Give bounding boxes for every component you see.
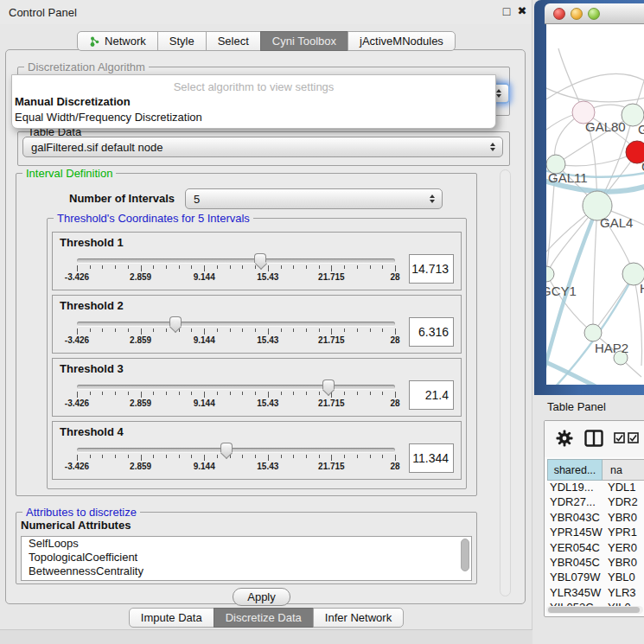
split-columns-icon[interactable]	[584, 430, 603, 447]
slider-tick	[217, 265, 218, 269]
slider-tick	[179, 455, 180, 458]
checkbox-icon[interactable]	[614, 432, 625, 443]
tab-label: Infer Network	[325, 609, 392, 627]
slider-tick	[319, 328, 320, 332]
table-row[interactable]: YPR145WYPR1	[547, 526, 644, 540]
threshold-panels: Threshold 1-3.4262.8599.14415.4321.71528…	[52, 232, 462, 480]
network-edge[interactable]	[546, 74, 644, 104]
slider-handle[interactable]	[254, 253, 266, 263]
slider-tick	[382, 265, 383, 269]
popup-option-equal-width-frequency[interactable]: Equal Width/Frequency Discretization	[15, 111, 202, 124]
table-panel-card: shared...na YDL19...YDL1YDR27...YDR2YBR0…	[544, 420, 644, 617]
slider-tick	[319, 455, 320, 458]
slider-tick	[153, 328, 154, 332]
attribute-item-selfloops[interactable]: SelfLoops	[22, 537, 471, 551]
slider-handle[interactable]	[322, 379, 335, 389]
table-cell: YDR27...	[547, 495, 603, 510]
table-row[interactable]: YBL079WYBL0	[547, 571, 644, 585]
slider-handle[interactable]	[220, 443, 233, 452]
tab-network[interactable]: Network	[77, 31, 158, 51]
table-row[interactable]: YDL19...YDL1	[547, 481, 644, 495]
zoom-button[interactable]	[588, 8, 600, 20]
slider-tick-label: 9.144	[194, 272, 215, 282]
node-hap2[interactable]	[584, 324, 602, 341]
content-scrollbar[interactable]	[500, 169, 511, 596]
slider-tick	[204, 455, 205, 461]
slider-tick	[166, 265, 167, 269]
node-gcy1[interactable]	[546, 266, 554, 282]
table-row[interactable]: YBR045CYBR0	[547, 556, 644, 571]
slider-tick	[102, 265, 103, 269]
threshold-slider[interactable]: -3.4262.8599.14415.4321.71528	[77, 313, 395, 351]
slider-tick	[242, 455, 243, 458]
table-cell: YBR0	[603, 511, 644, 526]
tab-jactivemnodules[interactable]: jActiveMNodules	[348, 31, 456, 51]
slider-tick	[191, 265, 192, 269]
tab-cyni-toolbox[interactable]: Cyni Toolbox	[260, 31, 348, 51]
tab-label: Discretize Data	[226, 609, 302, 627]
slider-tick-label: 28	[390, 272, 399, 282]
tab-impute-data[interactable]: Impute Data	[129, 608, 214, 628]
number-of-intervals-combobox[interactable]: 5	[185, 188, 443, 209]
threshold-label: Threshold 4	[60, 425, 454, 438]
network-canvas[interactable]: GAL80GACGAL11GAL4GCY1HHAP2	[546, 24, 644, 385]
slider-tick-label: 28	[390, 462, 399, 471]
threshold-slider[interactable]: -3.4262.8599.14415.4321.71528	[77, 376, 395, 414]
threshold-value-field[interactable]: 11.344	[409, 443, 454, 473]
threshold-slider[interactable]: -3.4262.8599.14415.4321.71528	[77, 439, 395, 477]
slider-tick	[191, 392, 192, 395]
slider-tick	[344, 455, 345, 458]
threshold-value-field[interactable]: 21.4	[409, 380, 454, 410]
node-table[interactable]: shared...na YDL19...YDL1YDR27...YDR2YBR0…	[547, 459, 644, 616]
table-row[interactable]: YLR345WYLR3	[547, 586, 644, 601]
numerical-attributes-list[interactable]: SelfLoopsTopologicalCoefficientBetweenne…	[21, 536, 472, 581]
table-data-combobox[interactable]: galFiltered.sif default node	[22, 137, 503, 157]
tab-label: Network	[105, 32, 146, 50]
table-row[interactable]: YER054CYER0	[547, 541, 644, 556]
slider-tick	[293, 455, 294, 458]
table-cell: YDL19...	[547, 481, 603, 495]
threshold-slider[interactable]: -3.4262.8599.14415.4321.71528	[77, 250, 395, 288]
discretization-algorithm-legend: Discretization Algorithm	[24, 61, 149, 73]
close-button[interactable]	[553, 8, 565, 20]
popup-option-manual-discretization[interactable]: Manual Discretization	[15, 95, 131, 108]
column-header-1[interactable]: shared...	[547, 459, 603, 481]
slider-tick-label: 21.715	[318, 462, 345, 471]
slider-tick	[191, 328, 192, 332]
table-horizontal-scrollbar-thumb[interactable]	[548, 607, 640, 613]
slider-tick	[306, 328, 307, 332]
table-row[interactable]: YBR043CYBR0	[547, 511, 644, 526]
network-graph: GAL80GACGAL11GAL4GCY1HHAP2	[546, 24, 644, 385]
attributes-scrollbar-thumb[interactable]	[461, 539, 469, 571]
float-window-icon[interactable]: □	[500, 4, 513, 18]
network-edge[interactable]	[546, 85, 644, 102]
gear-icon[interactable]	[556, 430, 573, 447]
tab-infer-network[interactable]: Infer Network	[313, 608, 404, 628]
minimize-button[interactable]	[571, 8, 583, 20]
tab-discretize-data[interactable]: Discretize Data	[214, 608, 314, 628]
close-panel-icon[interactable]: ✖	[515, 4, 529, 17]
threshold-value-field[interactable]: 6.316	[409, 317, 454, 347]
tab-select[interactable]: Select	[206, 31, 261, 51]
column-header-2[interactable]: na	[603, 459, 644, 481]
checkbox-icon[interactable]	[628, 432, 639, 443]
bottom-strip	[0, 629, 532, 644]
slider-handle[interactable]	[169, 316, 182, 326]
threshold-value-field[interactable]: 14.713	[409, 254, 454, 284]
slider-tick	[382, 328, 383, 332]
slider-tick	[77, 265, 78, 271]
threshold-panel-4: Threshold 4-3.4262.8599.14415.4321.71528…	[52, 421, 462, 480]
table-cell: YBL079W	[547, 571, 603, 585]
attribute-item-betweennesscentrality[interactable]: BetweennessCentrality	[22, 564, 471, 578]
table-row[interactable]: YDR27...YDR2	[547, 495, 644, 510]
slider-tick	[357, 265, 358, 269]
node-label-gal4: GAL4	[600, 215, 633, 230]
network-edge[interactable]	[593, 206, 597, 333]
table-horizontal-scrollbar[interactable]	[546, 606, 643, 614]
tab-style[interactable]: Style	[157, 31, 207, 51]
network-edge[interactable]	[556, 152, 637, 166]
apply-button[interactable]: Apply	[233, 588, 290, 606]
attribute-item-topologicalcoefficient[interactable]: TopologicalCoefficient	[22, 551, 471, 564]
threshold-label: Threshold 3	[60, 362, 454, 375]
slider-tick	[268, 328, 269, 335]
